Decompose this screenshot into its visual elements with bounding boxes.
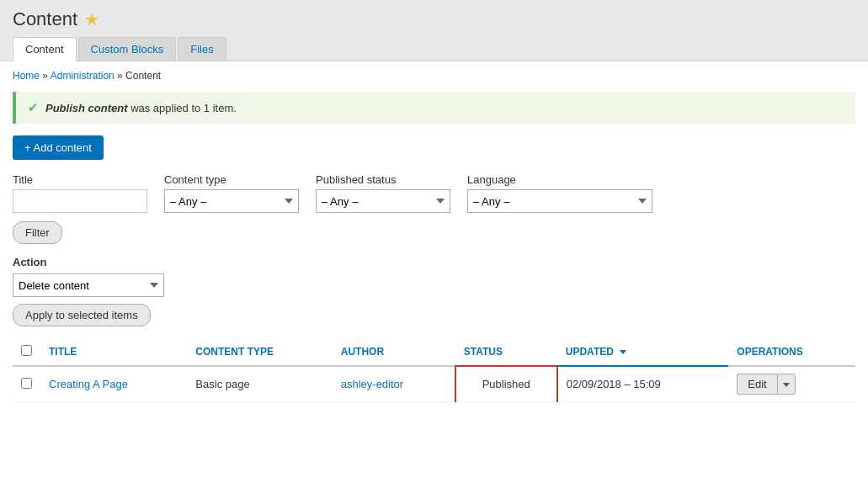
apply-to-selected-button[interactable]: Apply to selected items (13, 304, 151, 326)
favorite-star-icon[interactable]: ★ (84, 9, 99, 29)
breadcrumb-current: Content (125, 70, 161, 82)
filter-section: Title Content type – Any – Published sta… (13, 173, 855, 244)
published-status-select[interactable]: – Any – (316, 189, 450, 213)
row-title-link[interactable]: Creating A Page (49, 378, 128, 390)
page-title: Content ★ (13, 8, 855, 30)
edit-dropdown-button[interactable] (777, 374, 796, 395)
row-status-cell: Published (455, 366, 557, 402)
content-type-label: Content type (164, 173, 299, 186)
content-type-field: Content type – Any – (164, 173, 299, 213)
header-operations: OPERATIONS (728, 338, 855, 366)
header-checkbox-col (13, 338, 40, 366)
row-updated-cell: 02/09/2018 – 15:09 (557, 366, 729, 402)
action-row: Delete content Publish content Unpublish… (13, 273, 855, 297)
header-updated[interactable]: UPDATED (557, 338, 729, 366)
main-content: Home » Administration » Content ✔ Publis… (0, 61, 868, 411)
success-message: ✔ Publish content was applied to 1 item. (13, 92, 855, 124)
row-author-link[interactable]: ashley-editor (341, 378, 403, 390)
title-filter-input[interactable] (13, 189, 147, 213)
action-section: Action Delete content Publish content Un… (13, 256, 855, 326)
row-author-cell: ashley-editor (333, 366, 455, 402)
row-content-type-cell: Basic page (187, 366, 332, 402)
operations-buttons: Edit (737, 374, 847, 395)
edit-button[interactable]: Edit (737, 374, 776, 395)
select-all-checkbox[interactable] (21, 345, 32, 356)
breadcrumb-sep-2: » (117, 70, 125, 82)
row-checkbox-cell (13, 366, 40, 402)
breadcrumb: Home » Administration » Content (13, 70, 855, 82)
published-status-field: Published status – Any – (316, 173, 450, 213)
filter-button[interactable]: Filter (13, 221, 62, 244)
breadcrumb-administration[interactable]: Administration (51, 70, 114, 82)
breadcrumb-sep-1: » (42, 70, 50, 82)
action-select[interactable]: Delete content Publish content Unpublish… (13, 273, 164, 297)
success-action: Publish content (45, 102, 128, 114)
row-checkbox[interactable] (21, 378, 32, 389)
language-select[interactable]: – Any – (467, 189, 652, 213)
header-author: AUTHOR (333, 338, 455, 366)
filter-row: Title Content type – Any – Published sta… (13, 173, 855, 213)
page-title-text: Content (13, 8, 77, 30)
success-suffix: was applied to 1 item. (130, 102, 237, 114)
chevron-down-icon (783, 383, 790, 387)
page-header: Content ★ Content Custom Blocks Files (0, 0, 868, 61)
table-header-row: TITLE CONTENT TYPE AUTHOR STATUS UPDATED… (13, 338, 855, 366)
content-table: TITLE CONTENT TYPE AUTHOR STATUS UPDATED… (13, 338, 855, 402)
success-text: Publish content was applied to 1 item. (45, 102, 237, 114)
title-filter-field: Title (13, 173, 147, 213)
sort-arrow-icon (620, 350, 626, 354)
header-status: STATUS (455, 338, 557, 366)
header-content-type: CONTENT TYPE (187, 338, 332, 366)
check-icon: ✔ (28, 100, 39, 115)
tab-files[interactable]: Files (178, 37, 226, 61)
updated-label: UPDATED (566, 346, 614, 358)
row-operations-cell: Edit (728, 366, 855, 402)
row-title-cell: Creating A Page (40, 366, 187, 402)
tab-content[interactable]: Content (13, 37, 77, 61)
language-field: Language – Any – (467, 173, 652, 213)
published-status-label: Published status (316, 173, 450, 186)
tab-custom-blocks[interactable]: Custom Blocks (78, 37, 177, 61)
language-label: Language (467, 173, 652, 186)
add-content-button[interactable]: + Add content (13, 135, 104, 160)
tab-bar: Content Custom Blocks Files (13, 37, 855, 61)
title-filter-label: Title (13, 173, 147, 186)
breadcrumb-home[interactable]: Home (13, 70, 40, 82)
table-row: Creating A Page Basic page ashley-editor… (13, 366, 855, 402)
action-label: Action (13, 256, 855, 268)
header-title: TITLE (40, 338, 187, 366)
content-type-select[interactable]: – Any – (164, 189, 299, 213)
